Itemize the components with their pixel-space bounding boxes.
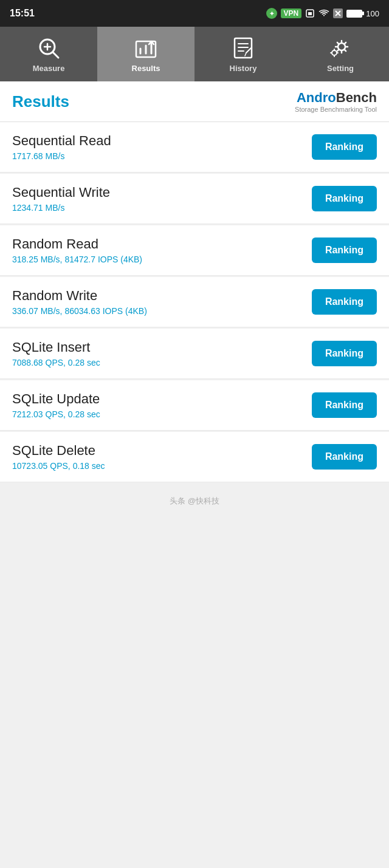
page-title: Results <box>12 92 69 111</box>
benchmark-row: SQLite Delete 10723.05 QPS, 0.18 sec Ran… <box>0 432 389 482</box>
benchmark-info: SQLite Update 7212.03 QPS, 0.28 sec <box>12 391 312 419</box>
footer-area: 头条 @快科技 <box>0 484 389 666</box>
benchmark-name: Random Write <box>12 288 312 304</box>
benchmark-info: Sequential Write 1234.71 MB/s <box>12 185 312 213</box>
notification-dot: ✦ <box>266 8 277 19</box>
x-icon <box>333 9 343 18</box>
tab-history[interactable]: History <box>194 27 292 81</box>
benchmark-name: SQLite Delete <box>12 443 312 459</box>
ranking-button[interactable]: Ranking <box>312 444 377 470</box>
ranking-button[interactable]: Ranking <box>312 392 377 418</box>
benchmark-row: Sequential Write 1234.71 MB/s Ranking <box>0 174 389 224</box>
ranking-button[interactable]: Ranking <box>312 134 377 160</box>
brand-name: AndroBench <box>297 90 377 106</box>
history-icon <box>231 36 255 60</box>
svg-line-6 <box>53 52 58 58</box>
benchmark-value: 336.07 MB/s, 86034.63 IOPS (4KB) <box>12 306 312 316</box>
benchmark-name: Sequential Write <box>12 185 312 200</box>
benchmark-value: 1717.68 MB/s <box>12 151 312 161</box>
brand-logo: AndroBench Storage Benchmarking Tool <box>289 90 377 113</box>
ranking-button[interactable]: Ranking <box>312 186 377 211</box>
tab-setting-label: Setting <box>327 64 354 73</box>
watermark: 头条 @快科技 <box>0 484 389 519</box>
status-bar: 15:51 ✦ VPN 100 <box>0 0 389 27</box>
battery-icon <box>346 10 362 18</box>
brand-part2: Bench <box>336 90 377 105</box>
results-icon <box>134 36 158 60</box>
sim-icon <box>305 9 315 18</box>
tab-setting[interactable]: Setting <box>292 27 389 81</box>
benchmark-row: Sequential Read 1717.68 MB/s Ranking <box>0 122 389 173</box>
benchmark-value: 7088.68 QPS, 0.28 sec <box>12 358 312 367</box>
vpn-badge: VPN <box>281 9 302 18</box>
benchmark-info: Random Write 336.07 MB/s, 86034.63 IOPS … <box>12 288 312 316</box>
status-time: 15:51 <box>10 8 35 19</box>
svg-line-18 <box>245 53 246 56</box>
ranking-button[interactable]: Ranking <box>312 238 377 263</box>
benchmark-info: Sequential Read 1717.68 MB/s <box>12 133 312 161</box>
brand-subtitle: Storage Benchmarking Tool <box>295 106 377 113</box>
wifi-icon <box>318 9 329 18</box>
brand-part1: Andro <box>297 90 336 105</box>
setting-icon <box>328 36 353 60</box>
status-icons: ✦ VPN 100 <box>266 8 379 19</box>
svg-point-20 <box>332 50 337 55</box>
benchmark-info: Random Read 318.25 MB/s, 81472.7 IOPS (4… <box>12 236 312 264</box>
tab-bar: Measure Results <box>0 27 389 81</box>
benchmark-name: SQLite Update <box>12 391 312 407</box>
benchmark-row: SQLite Update 7212.03 QPS, 0.28 sec Rank… <box>0 380 389 431</box>
benchmark-name: SQLite Insert <box>12 340 312 355</box>
benchmark-value: 1234.71 MB/s <box>12 203 312 213</box>
benchmark-row: SQLite Insert 7088.68 QPS, 0.28 sec Rank… <box>0 329 389 379</box>
tab-results-label: Results <box>132 64 160 73</box>
battery-level: 100 <box>366 9 379 18</box>
benchmark-info: SQLite Delete 10723.05 QPS, 0.18 sec <box>12 443 312 471</box>
benchmark-info: SQLite Insert 7088.68 QPS, 0.28 sec <box>12 340 312 367</box>
ranking-button[interactable]: Ranking <box>312 289 377 315</box>
benchmark-value: 318.25 MB/s, 81472.7 IOPS (4KB) <box>12 255 312 264</box>
tab-results[interactable]: Results <box>97 27 194 81</box>
benchmark-name: Sequential Read <box>12 133 312 149</box>
benchmark-name: Random Read <box>12 236 312 252</box>
benchmark-row: Random Read 318.25 MB/s, 81472.7 IOPS (4… <box>0 225 389 276</box>
tab-history-label: History <box>230 64 257 73</box>
measure-icon <box>36 36 61 60</box>
svg-rect-1 <box>308 12 312 15</box>
ranking-button[interactable]: Ranking <box>312 341 377 366</box>
benchmark-value: 10723.05 QPS, 0.18 sec <box>12 461 312 471</box>
svg-line-17 <box>246 48 251 53</box>
tab-measure[interactable]: Measure <box>0 27 97 81</box>
tab-measure-label: Measure <box>33 64 65 73</box>
results-header: Results AndroBench Storage Benchmarking … <box>0 81 389 122</box>
benchmark-value: 7212.03 QPS, 0.28 sec <box>12 409 312 419</box>
benchmark-row: Random Write 336.07 MB/s, 86034.63 IOPS … <box>0 277 389 327</box>
benchmark-list: Sequential Read 1717.68 MB/s Ranking Seq… <box>0 122 389 482</box>
